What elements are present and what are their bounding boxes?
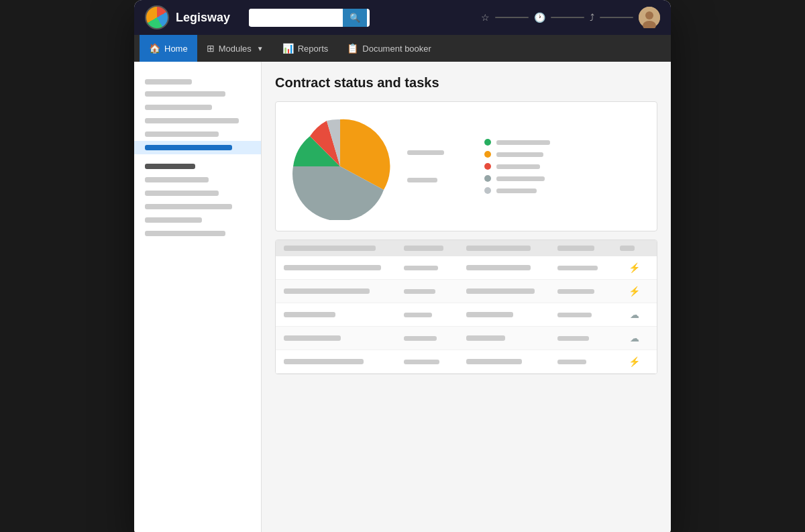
list-item[interactable] <box>134 173 261 187</box>
list-item[interactable] <box>134 101 261 114</box>
header-line-1 <box>495 17 529 18</box>
sidebar-line <box>145 105 212 110</box>
reports-icon: 📊 <box>282 43 294 54</box>
table-header-cell <box>557 246 614 251</box>
document-icon: 📋 <box>347 43 358 54</box>
header-cell-5 <box>620 246 634 251</box>
legend-label <box>496 140 550 145</box>
nav-item-reports[interactable]: 📊 Reports <box>273 35 338 62</box>
page-title: Contract status and tasks <box>275 75 657 91</box>
sidebar-line <box>145 177 209 182</box>
sidebar <box>134 62 262 532</box>
content-area: Contract status and tasks <box>262 62 671 532</box>
table-row[interactable]: ☁ <box>276 303 657 327</box>
cell-blue <box>284 265 381 270</box>
header-cell-3 <box>466 246 531 251</box>
cell-gray <box>557 336 589 341</box>
action-icon-bolt[interactable]: ⚡ <box>620 286 649 297</box>
table-row[interactable]: ⚡ <box>276 280 657 303</box>
svg-point-1 <box>645 11 653 19</box>
list-item-active[interactable] <box>134 141 261 154</box>
list-item[interactable] <box>134 227 261 240</box>
nav-item-home[interactable]: 🏠 Home <box>140 35 197 62</box>
header-cell-4 <box>557 246 594 251</box>
nav-item-modules[interactable]: ⊞ Modules ▼ <box>197 35 273 62</box>
header-cell-1 <box>284 246 376 251</box>
chevron-down-icon: ▼ <box>257 45 264 52</box>
legend-item <box>484 136 646 148</box>
header-actions: ☆ 🕐 ⤴ <box>481 7 660 28</box>
header-cell-2 <box>404 246 444 251</box>
nav-item-document-booker[interactable]: 📋 Document booker <box>337 35 441 62</box>
app-title: Legisway <box>176 11 230 25</box>
cell-gray <box>404 289 435 294</box>
table-row[interactable]: ⚡ <box>276 350 657 374</box>
modules-icon: ⊞ <box>207 43 215 54</box>
list-item[interactable] <box>134 114 261 127</box>
search-input[interactable] <box>249 9 343 26</box>
sidebar-line <box>145 191 219 196</box>
action-icon-bolt[interactable]: ⚡ <box>620 262 649 273</box>
action-icon-cloud[interactable]: ☁ <box>620 333 649 343</box>
table-header <box>276 240 657 256</box>
list-item[interactable] <box>134 200 261 213</box>
chart-legend <box>484 136 646 197</box>
star-icon[interactable]: ☆ <box>481 12 490 23</box>
table-card: ⚡ ⚡ ☁ <box>275 240 657 374</box>
list-item[interactable] <box>134 87 261 101</box>
sidebar-line <box>145 118 239 123</box>
main-layout: Contract status and tasks <box>134 62 671 532</box>
cell-gray <box>557 313 592 317</box>
table-header-cell <box>404 246 461 251</box>
cell-blue <box>466 359 522 364</box>
sidebar-line <box>145 204 232 209</box>
cell-blue <box>284 312 335 317</box>
header-line-2 <box>551 17 584 18</box>
browser-window: Legisway 🔍 ☆ 🕐 ⤴ 🏠 <box>134 0 671 532</box>
avatar[interactable] <box>639 7 660 28</box>
share-icon[interactable]: ⤴ <box>590 12 594 23</box>
cell-gray <box>404 313 433 317</box>
legend-dot-lightgray <box>484 187 491 194</box>
cell-gray <box>404 336 437 341</box>
legend-item <box>484 172 646 184</box>
legend-dot-red <box>484 163 491 170</box>
table-row[interactable]: ⚡ <box>276 256 657 280</box>
table-row[interactable]: ☁ <box>276 327 657 350</box>
sidebar-line <box>145 91 225 97</box>
legend-label <box>496 189 537 193</box>
sidebar-section-header <box>134 72 261 87</box>
cell-blue <box>466 335 505 341</box>
list-item[interactable] <box>134 213 261 227</box>
sidebar-line-active <box>145 145 232 150</box>
table-header-cell <box>284 246 398 251</box>
pie-svg <box>286 113 394 220</box>
action-icon-cloud[interactable]: ☁ <box>620 309 649 320</box>
home-icon: 🏠 <box>149 43 160 54</box>
legend-label <box>496 164 540 169</box>
chart-card <box>275 101 657 231</box>
nav-modules-label: Modules <box>219 44 252 54</box>
legend-item <box>484 148 646 160</box>
list-item[interactable] <box>134 187 261 200</box>
nav-document-label: Document booker <box>362 44 431 54</box>
list-item[interactable] <box>134 160 261 173</box>
cell-blue <box>284 335 341 341</box>
action-icon-bolt[interactable]: ⚡ <box>620 356 649 367</box>
legend-dot-green <box>484 139 491 146</box>
cell-blue <box>466 288 535 294</box>
search-button[interactable]: 🔍 <box>343 9 367 27</box>
nav-home-label: Home <box>164 44 188 54</box>
header-line-3 <box>600 17 633 18</box>
clock-icon[interactable]: 🕐 <box>534 12 545 23</box>
sidebar-line <box>145 217 202 223</box>
chart-left-labels <box>407 150 444 182</box>
list-item[interactable] <box>134 127 261 141</box>
cell-gray <box>404 360 439 364</box>
sidebar-line <box>145 164 195 169</box>
legend-label <box>496 152 543 157</box>
cell-gray <box>557 266 598 270</box>
logo-icon <box>145 5 169 30</box>
legend-label <box>496 176 545 181</box>
table-header-cell <box>466 246 552 251</box>
